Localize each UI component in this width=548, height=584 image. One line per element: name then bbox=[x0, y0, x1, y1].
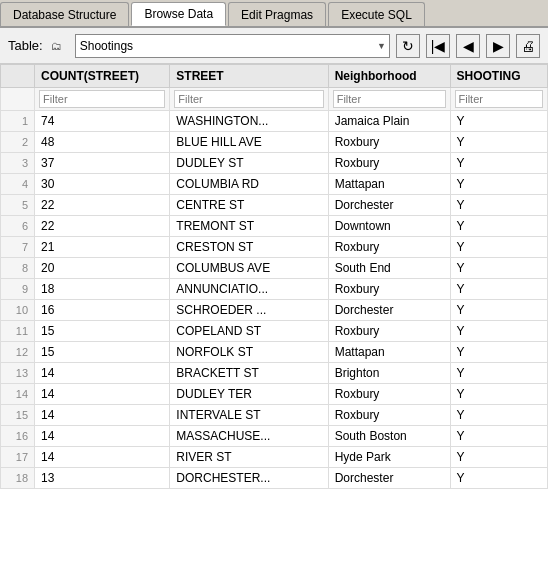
row-number: 2 bbox=[1, 132, 35, 153]
row-number: 17 bbox=[1, 447, 35, 468]
cell-shooting: Y bbox=[450, 384, 548, 405]
filter-neighborhood-input[interactable] bbox=[333, 90, 446, 108]
nav-first-button[interactable]: |◀ bbox=[426, 34, 450, 58]
col-header-count[interactable]: COUNT(STREET) bbox=[35, 65, 170, 88]
cell-neighborhood: Roxbury bbox=[328, 237, 450, 258]
cell-street: CENTRE ST bbox=[170, 195, 328, 216]
col-header-shooting[interactable]: SHOOTING bbox=[450, 65, 548, 88]
tab-browse-data-label: Browse Data bbox=[144, 7, 213, 21]
cell-shooting: Y bbox=[450, 342, 548, 363]
cell-count: 74 bbox=[35, 111, 170, 132]
cell-count: 15 bbox=[35, 321, 170, 342]
tab-database-structure-label: Database Structure bbox=[13, 8, 116, 22]
cell-street: CRESTON ST bbox=[170, 237, 328, 258]
table-row: 1514INTERVALE STRoxburyY bbox=[1, 405, 548, 426]
row-number: 10 bbox=[1, 300, 35, 321]
cell-count: 30 bbox=[35, 174, 170, 195]
row-number: 4 bbox=[1, 174, 35, 195]
row-number: 14 bbox=[1, 384, 35, 405]
cell-neighborhood: Roxbury bbox=[328, 321, 450, 342]
cell-neighborhood: Roxbury bbox=[328, 132, 450, 153]
cell-street: BLUE HILL AVE bbox=[170, 132, 328, 153]
cell-count: 37 bbox=[35, 153, 170, 174]
cell-neighborhood: Brighton bbox=[328, 363, 450, 384]
cell-shooting: Y bbox=[450, 468, 548, 489]
col-header-neighborhood[interactable]: Neighborhood bbox=[328, 65, 450, 88]
cell-shooting: Y bbox=[450, 363, 548, 384]
tab-edit-pragmas[interactable]: Edit Pragmas bbox=[228, 2, 326, 26]
table-icon: 🗂 bbox=[49, 38, 65, 54]
table-select-wrapper[interactable]: Shootings bbox=[75, 34, 390, 58]
table-select[interactable]: Shootings bbox=[75, 34, 390, 58]
cell-street: INTERVALE ST bbox=[170, 405, 328, 426]
row-number: 9 bbox=[1, 279, 35, 300]
cell-street: SCHROEDER ... bbox=[170, 300, 328, 321]
filter-street-input[interactable] bbox=[174, 90, 323, 108]
table-row: 1016SCHROEDER ...DorchesterY bbox=[1, 300, 548, 321]
cell-count: 20 bbox=[35, 258, 170, 279]
cell-shooting: Y bbox=[450, 426, 548, 447]
cell-neighborhood: Jamaica Plain bbox=[328, 111, 450, 132]
filter-street-cell bbox=[170, 88, 328, 111]
row-number: 7 bbox=[1, 237, 35, 258]
print-button[interactable]: 🖨 bbox=[516, 34, 540, 58]
cell-count: 14 bbox=[35, 405, 170, 426]
cell-count: 15 bbox=[35, 342, 170, 363]
row-number: 6 bbox=[1, 216, 35, 237]
row-number: 13 bbox=[1, 363, 35, 384]
cell-neighborhood: South Boston bbox=[328, 426, 450, 447]
cell-street: COLUMBUS AVE bbox=[170, 258, 328, 279]
cell-count: 14 bbox=[35, 363, 170, 384]
cell-street: COLUMBIA RD bbox=[170, 174, 328, 195]
filter-row-number bbox=[1, 88, 35, 111]
tab-execute-sql-label: Execute SQL bbox=[341, 8, 412, 22]
filter-row bbox=[1, 88, 548, 111]
tab-execute-sql[interactable]: Execute SQL bbox=[328, 2, 425, 26]
cell-neighborhood: Roxbury bbox=[328, 405, 450, 426]
nav-next-button[interactable]: ▶ bbox=[486, 34, 510, 58]
cell-street: DUDLEY TER bbox=[170, 384, 328, 405]
table-row: 721CRESTON STRoxburyY bbox=[1, 237, 548, 258]
cell-neighborhood: Mattapan bbox=[328, 342, 450, 363]
filter-shooting-cell bbox=[450, 88, 548, 111]
cell-shooting: Y bbox=[450, 216, 548, 237]
table-row: 1813DORCHESTER...DorchesterY bbox=[1, 468, 548, 489]
cell-street: DUDLEY ST bbox=[170, 153, 328, 174]
row-number: 3 bbox=[1, 153, 35, 174]
filter-shooting-input[interactable] bbox=[455, 90, 544, 108]
col-header-street[interactable]: STREET bbox=[170, 65, 328, 88]
tab-bar: Database Structure Browse Data Edit Prag… bbox=[0, 0, 548, 28]
refresh-button[interactable]: ↻ bbox=[396, 34, 420, 58]
cell-shooting: Y bbox=[450, 174, 548, 195]
tab-database-structure[interactable]: Database Structure bbox=[0, 2, 129, 26]
table-row: 430COLUMBIA RDMattapanY bbox=[1, 174, 548, 195]
cell-street: TREMONT ST bbox=[170, 216, 328, 237]
nav-prev-button[interactable]: ◀ bbox=[456, 34, 480, 58]
cell-shooting: Y bbox=[450, 195, 548, 216]
table-row: 174WASHINGTON...Jamaica PlainY bbox=[1, 111, 548, 132]
row-number: 15 bbox=[1, 405, 35, 426]
cell-shooting: Y bbox=[450, 279, 548, 300]
table-row: 820COLUMBUS AVESouth EndY bbox=[1, 258, 548, 279]
filter-neighborhood-cell bbox=[328, 88, 450, 111]
table-row: 622TREMONT STDowntownY bbox=[1, 216, 548, 237]
row-number: 1 bbox=[1, 111, 35, 132]
row-number: 11 bbox=[1, 321, 35, 342]
tab-edit-pragmas-label: Edit Pragmas bbox=[241, 8, 313, 22]
data-table: COUNT(STREET) STREET Neighborhood SHOOTI… bbox=[0, 64, 548, 489]
table-row: 1314BRACKETT STBrightonY bbox=[1, 363, 548, 384]
cell-shooting: Y bbox=[450, 237, 548, 258]
cell-shooting: Y bbox=[450, 321, 548, 342]
tab-browse-data[interactable]: Browse Data bbox=[131, 2, 226, 26]
column-header-row: COUNT(STREET) STREET Neighborhood SHOOTI… bbox=[1, 65, 548, 88]
table-row: 522CENTRE STDorchesterY bbox=[1, 195, 548, 216]
cell-shooting: Y bbox=[450, 132, 548, 153]
table-row: 918ANNUNCIATIO...RoxburyY bbox=[1, 279, 548, 300]
cell-count: 14 bbox=[35, 426, 170, 447]
table-row: 337DUDLEY STRoxburyY bbox=[1, 153, 548, 174]
cell-shooting: Y bbox=[450, 405, 548, 426]
cell-neighborhood: Roxbury bbox=[328, 384, 450, 405]
filter-count-input[interactable] bbox=[39, 90, 165, 108]
cell-street: MASSACHUSE... bbox=[170, 426, 328, 447]
cell-shooting: Y bbox=[450, 300, 548, 321]
